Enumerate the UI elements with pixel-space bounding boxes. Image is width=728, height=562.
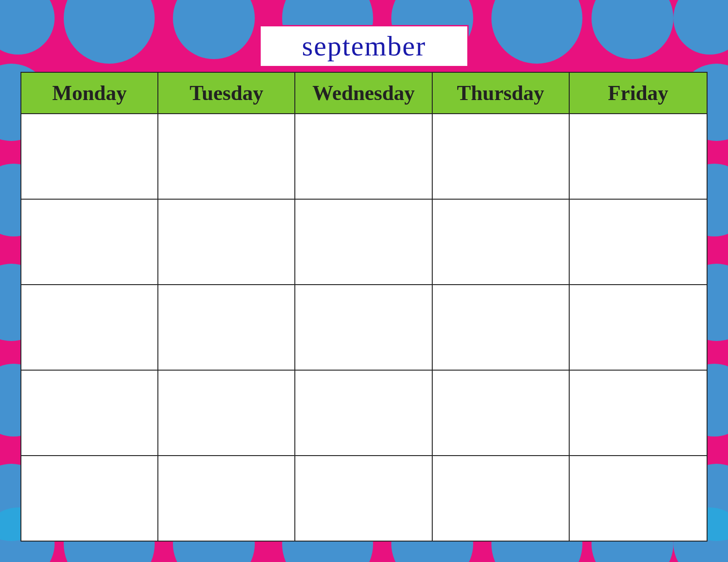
cell-4-2[interactable]	[158, 371, 295, 455]
header-friday: Friday	[570, 73, 707, 113]
header-thursday: Thursday	[433, 73, 570, 113]
cell-5-3[interactable]	[295, 456, 432, 541]
cell-1-5[interactable]	[570, 114, 707, 199]
cell-5-4[interactable]	[433, 456, 570, 541]
cell-3-3[interactable]	[295, 285, 432, 370]
cell-2-1[interactable]	[21, 200, 158, 284]
month-title-box: september	[259, 25, 469, 67]
calendar-row-2	[21, 200, 707, 285]
cell-1-2[interactable]	[158, 114, 295, 199]
header-tuesday: Tuesday	[158, 73, 295, 113]
cell-3-5[interactable]	[570, 285, 707, 370]
calendar-row-4	[21, 371, 707, 456]
cell-5-2[interactable]	[158, 456, 295, 541]
cell-4-4[interactable]	[433, 371, 570, 455]
calendar-row-1	[21, 114, 707, 200]
calendar-row-5	[21, 456, 707, 541]
cell-3-1[interactable]	[21, 285, 158, 370]
month-title: september	[302, 30, 426, 61]
cell-4-5[interactable]	[570, 371, 707, 455]
cell-4-3[interactable]	[295, 371, 432, 455]
day-headers-row: Monday Tuesday Wednesday Thursday Friday	[21, 73, 707, 113]
calendar-rows	[21, 113, 707, 541]
cell-2-5[interactable]	[570, 200, 707, 284]
calendar-row-3	[21, 285, 707, 371]
calendar-grid: Monday Tuesday Wednesday Thursday Friday	[20, 72, 708, 542]
cell-1-4[interactable]	[433, 114, 570, 199]
cell-3-2[interactable]	[158, 285, 295, 370]
cell-2-4[interactable]	[433, 200, 570, 284]
cell-2-3[interactable]	[295, 200, 432, 284]
header-wednesday: Wednesday	[295, 73, 432, 113]
cell-4-1[interactable]	[21, 371, 158, 455]
calendar-wrapper: september Monday Tuesday Wednesday Thurs…	[20, 25, 708, 542]
cell-1-3[interactable]	[295, 114, 432, 199]
cell-3-4[interactable]	[433, 285, 570, 370]
cell-2-2[interactable]	[158, 200, 295, 284]
header-monday: Monday	[21, 73, 158, 113]
cell-1-1[interactable]	[21, 114, 158, 199]
cell-5-5[interactable]	[570, 456, 707, 541]
cell-5-1[interactable]	[21, 456, 158, 541]
